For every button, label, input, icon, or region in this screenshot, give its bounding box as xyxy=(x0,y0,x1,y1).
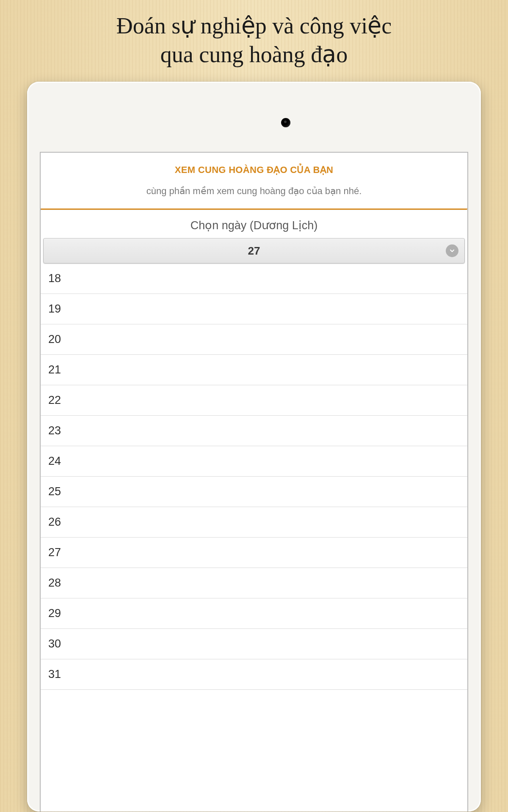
day-dropdown[interactable]: 27 xyxy=(43,238,465,263)
app-subtitle: cùng phần mềm xem cung hoàng đạo của bạn… xyxy=(41,181,467,208)
day-option[interactable]: 21 xyxy=(41,355,467,385)
day-option[interactable]: 30 xyxy=(41,629,467,659)
day-option[interactable]: 28 xyxy=(41,568,467,598)
day-option[interactable]: 31 xyxy=(41,659,467,690)
day-option[interactable]: 19 xyxy=(41,294,467,324)
day-dropdown-value: 27 xyxy=(248,244,260,258)
page-title-line2: qua cung hoàng đạo xyxy=(160,42,348,67)
tablet-inner: XEM CUNG HOÀNG ĐẠO CỦA BẠN cùng phần mềm… xyxy=(27,82,481,812)
day-option[interactable]: 25 xyxy=(41,477,467,507)
chevron-down-icon xyxy=(446,244,458,257)
tablet-frame: XEM CUNG HOÀNG ĐẠO CỦA BẠN cùng phần mềm… xyxy=(27,82,481,812)
day-option[interactable]: 27 xyxy=(41,538,467,568)
day-option[interactable]: 22 xyxy=(41,385,467,416)
day-option[interactable]: 20 xyxy=(41,324,467,355)
day-option[interactable]: 23 xyxy=(41,416,467,446)
day-field-label: Chọn ngày (Dương Lịch) xyxy=(41,210,467,238)
page-title: Đoán sự nghiệp và công việc qua cung hoà… xyxy=(0,0,508,77)
page-title-line1: Đoán sự nghiệp và công việc xyxy=(116,13,392,38)
day-option[interactable]: 24 xyxy=(41,446,467,477)
day-option[interactable]: 18 xyxy=(41,263,467,294)
day-option[interactable]: 29 xyxy=(41,598,467,629)
app-screen: XEM CUNG HOÀNG ĐẠO CỦA BẠN cùng phần mềm… xyxy=(40,152,468,812)
day-options-list: 18 19 20 21 22 23 24 25 26 27 28 29 30 3… xyxy=(41,263,467,690)
app-heading: XEM CUNG HOÀNG ĐẠO CỦA BẠN xyxy=(41,153,467,181)
day-option[interactable]: 26 xyxy=(41,507,467,538)
